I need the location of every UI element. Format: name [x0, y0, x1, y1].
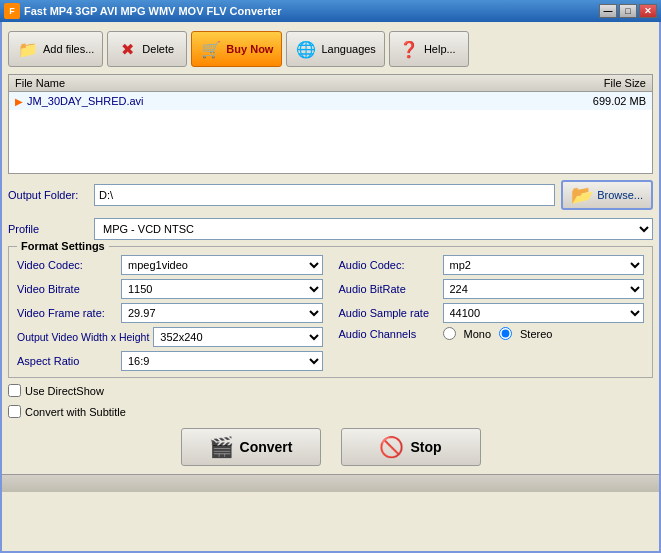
aspect-ratio-row: Aspect Ratio 16:9 4:3 Auto — [17, 351, 323, 371]
audio-channels-row: Audio Channels Mono Stereo — [339, 327, 645, 340]
help-button[interactable]: ❓ Help... — [389, 31, 469, 67]
delete-button[interactable]: ✖ Delete — [107, 31, 187, 67]
table-row[interactable]: ▶ JM_30DAY_SHRED.avi 699.02 MB — [9, 92, 652, 110]
close-button[interactable]: ✕ — [639, 4, 657, 18]
video-framerate-select[interactable]: 29.97 25 23.976 30 — [121, 303, 323, 323]
cart-icon: 🛒 — [200, 38, 222, 60]
minimize-button[interactable]: — — [599, 4, 617, 18]
convert-button[interactable]: 🎬 Convert — [181, 428, 321, 466]
add-files-icon: 📁 — [17, 38, 39, 60]
audio-channels-group: Mono Stereo — [443, 327, 553, 340]
profile-label: Profile — [8, 223, 88, 235]
video-bitrate-label: Video Bitrate — [17, 283, 117, 295]
stereo-label: Stereo — [520, 328, 552, 340]
status-bar — [2, 474, 659, 492]
audio-samplerate-row: Audio Sample rate 44100 22050 48000 — [339, 303, 645, 323]
add-files-button[interactable]: 📁 Add files... — [8, 31, 103, 67]
subtitle-row: Convert with Subtitle — [8, 405, 653, 418]
toolbar: 📁 Add files... ✖ Delete 🛒 Buy Now 🌐 Lang… — [8, 28, 653, 70]
delete-icon: ✖ — [116, 38, 138, 60]
aspect-ratio-select[interactable]: 16:9 4:3 Auto — [121, 351, 323, 371]
main-window: 📁 Add files... ✖ Delete 🛒 Buy Now 🌐 Lang… — [0, 22, 661, 553]
file-size-header: File Size — [546, 77, 646, 89]
file-list-header: File Name File Size — [9, 75, 652, 92]
folder-icon: 📂 — [571, 184, 593, 206]
video-codec-select[interactable]: mpeg1video mpeg2video mpeg4 h264 — [121, 255, 323, 275]
format-settings-box: Format Settings Video Codec: mpeg1video … — [8, 246, 653, 378]
video-bitrate-select[interactable]: 1150 1500 2000 3000 — [121, 279, 323, 299]
browse-button[interactable]: 📂 Browse... — [561, 180, 653, 210]
format-grid: Video Codec: mpeg1video mpeg2video mpeg4… — [17, 255, 644, 371]
video-framerate-row: Video Frame rate: 29.97 25 23.976 30 — [17, 303, 323, 323]
globe-icon: 🌐 — [295, 38, 317, 60]
audio-codec-row: Audio Codec: mp2 mp3 aac — [339, 255, 645, 275]
title-bar: F Fast MP4 3GP AVI MPG WMV MOV FLV Conve… — [0, 0, 661, 22]
help-icon: ❓ — [398, 38, 420, 60]
output-folder-input[interactable] — [94, 184, 555, 206]
stop-button[interactable]: 🚫 Stop — [341, 428, 481, 466]
maximize-button[interactable]: □ — [619, 4, 637, 18]
audio-samplerate-select[interactable]: 44100 22050 48000 — [443, 303, 645, 323]
output-folder-label: Output Folder: — [8, 189, 88, 201]
aspect-ratio-label: Aspect Ratio — [17, 355, 117, 367]
video-framerate-label: Video Frame rate: — [17, 307, 117, 319]
stop-icon: 🚫 — [379, 435, 404, 459]
bottom-bar: 🎬 Convert 🚫 Stop — [8, 424, 653, 470]
file-size-cell: 699.02 MB — [546, 95, 646, 107]
mono-radio[interactable] — [443, 327, 456, 340]
directshow-row: Use DirectShow — [8, 384, 653, 397]
format-left-col: Video Codec: mpeg1video mpeg2video mpeg4… — [17, 255, 323, 371]
audio-bitrate-label: Audio BitRate — [339, 283, 439, 295]
output-folder-row: Output Folder: 📂 Browse... — [8, 180, 653, 210]
profile-row: Profile MPG - VCD NTSC MPG - DVD NTSC MP… — [8, 218, 653, 240]
convert-icon: 🎬 — [209, 435, 234, 459]
output-size-select[interactable]: 352x240 720x480 1280x720 640x480 — [153, 327, 322, 347]
output-size-row: Output Video Width x Height 352x240 720x… — [17, 327, 323, 347]
subtitle-label: Convert with Subtitle — [25, 406, 126, 418]
video-codec-row: Video Codec: mpeg1video mpeg2video mpeg4… — [17, 255, 323, 275]
output-size-label: Output Video Width x Height — [17, 331, 149, 343]
directshow-checkbox[interactable] — [8, 384, 21, 397]
subtitle-checkbox[interactable] — [8, 405, 21, 418]
audio-channels-label: Audio Channels — [339, 328, 439, 340]
audio-bitrate-select[interactable]: 224 128 192 256 320 — [443, 279, 645, 299]
window-controls: — □ ✕ — [599, 4, 657, 18]
video-codec-label: Video Codec: — [17, 259, 117, 271]
profile-select[interactable]: MPG - VCD NTSC MPG - DVD NTSC MP4 - Stan… — [94, 218, 653, 240]
window-title: Fast MP4 3GP AVI MPG WMV MOV FLV Convert… — [24, 5, 282, 17]
languages-button[interactable]: 🌐 Languages — [286, 31, 384, 67]
directshow-label: Use DirectShow — [25, 385, 104, 397]
mono-label: Mono — [464, 328, 492, 340]
stereo-radio[interactable] — [499, 327, 512, 340]
buy-now-button[interactable]: 🛒 Buy Now — [191, 31, 282, 67]
audio-codec-select[interactable]: mp2 mp3 aac — [443, 255, 645, 275]
audio-codec-label: Audio Codec: — [339, 259, 439, 271]
audio-samplerate-label: Audio Sample rate — [339, 307, 439, 319]
format-settings-title: Format Settings — [17, 240, 109, 252]
format-right-col: Audio Codec: mp2 mp3 aac Audio BitRate 2… — [339, 255, 645, 371]
audio-bitrate-row: Audio BitRate 224 128 192 256 320 — [339, 279, 645, 299]
file-arrow-icon: ▶ — [15, 96, 23, 107]
file-name-header: File Name — [15, 77, 546, 89]
app-icon: F — [4, 3, 20, 19]
video-bitrate-row: Video Bitrate 1150 1500 2000 3000 — [17, 279, 323, 299]
file-name-cell: ▶ JM_30DAY_SHRED.avi — [15, 95, 546, 107]
file-list-container: File Name File Size ▶ JM_30DAY_SHRED.avi… — [8, 74, 653, 174]
